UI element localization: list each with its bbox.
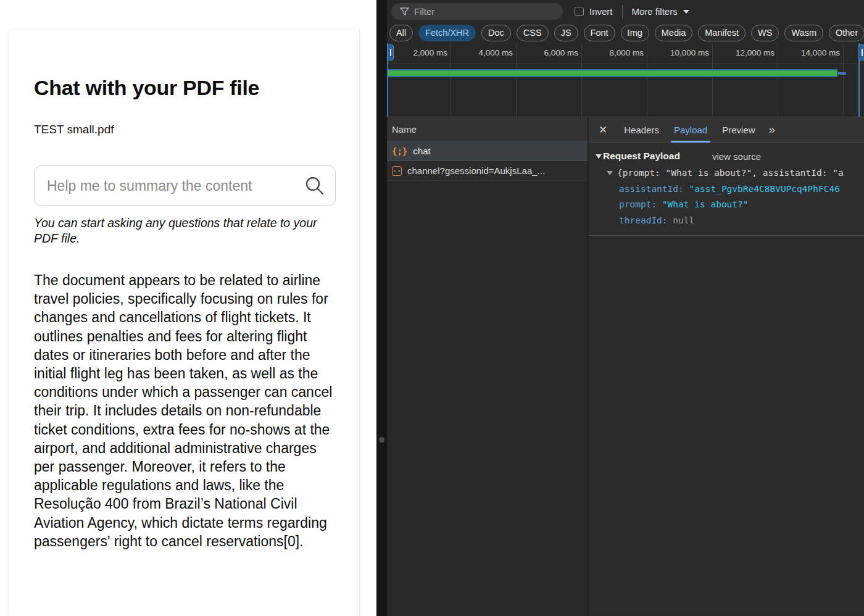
- filter-chip-media[interactable]: Media: [655, 25, 693, 41]
- detail-tabbar: ✕ Headers Payload Preview »: [589, 117, 864, 143]
- timeline-gridline: 10,000 ms: [647, 43, 713, 117]
- filter-chip-ws[interactable]: WS: [751, 25, 779, 41]
- filter-chip-img[interactable]: Img: [621, 25, 649, 41]
- filter-chip-fetch-xhr[interactable]: Fetch/XHR: [418, 25, 476, 41]
- payload-section: Request Payload view source {prompt: "Wh…: [589, 143, 864, 236]
- timeline-gridline: 12,000 ms: [713, 43, 778, 117]
- filter-chip-doc[interactable]: Doc: [481, 25, 511, 41]
- invert-checkbox[interactable]: [575, 7, 584, 16]
- search-icon[interactable]: [304, 175, 325, 196]
- invert-filter: Invert: [575, 6, 613, 17]
- filter-chip-manifest[interactable]: Manifest: [698, 25, 746, 41]
- payload-object-summary[interactable]: {prompt: "What is about?", assistantId: …: [589, 165, 864, 181]
- tab-headers[interactable]: Headers: [617, 117, 667, 143]
- close-icon[interactable]: ✕: [599, 123, 607, 136]
- timeline-gridline: 2,000 ms: [387, 43, 451, 117]
- detail-empty-area: [589, 236, 864, 615]
- more-filters-label: More filters: [632, 6, 678, 17]
- pdf-filename: TEST small.pdf: [34, 123, 114, 136]
- request-detail-pane: ✕ Headers Payload Preview » Request Payl…: [588, 117, 864, 615]
- active-tab-underline: [671, 141, 710, 143]
- chevron-down-icon: [683, 10, 689, 14]
- toolbar-separator: [622, 5, 623, 19]
- filter-chip-css[interactable]: CSS: [517, 25, 549, 41]
- overview-brush-left-handle[interactable]: [387, 44, 394, 60]
- network-toolbar: Invert More filters: [387, 0, 864, 23]
- divider-drag-dot: [379, 437, 384, 443]
- request-list: Name {;} chat ‹› channel?gsessionid=Aukj…: [387, 117, 588, 615]
- timeline-gridline: 8,000 ms: [582, 43, 647, 117]
- ruler-divider: [387, 64, 864, 64]
- xhr-stream-icon: ‹›: [392, 166, 402, 176]
- request-name: chat: [413, 146, 430, 156]
- request-row-channel[interactable]: ‹› channel?gsessionid=AukjsLaa_...: [387, 161, 588, 181]
- resource-type-filter-bar: All Fetch/XHR Doc CSS JS Font Img Media …: [387, 23, 864, 43]
- pdf-chat-panel: Chat with your PDF file TEST small.pdf Y…: [0, 0, 376, 616]
- request-waterfall-bar[interactable]: [388, 69, 837, 77]
- request-row-chat[interactable]: {;} chat: [387, 141, 588, 161]
- more-filters-button[interactable]: More filters: [632, 6, 689, 17]
- question-input[interactable]: [35, 178, 304, 194]
- name-column-header[interactable]: Name: [387, 117, 588, 141]
- timeline-gridline: 14,000 ms: [778, 43, 844, 117]
- pdf-chat-card: Chat with your PDF file TEST small.pdf Y…: [9, 30, 360, 616]
- filter-chip-font[interactable]: Font: [584, 25, 615, 41]
- view-source-link[interactable]: view source: [712, 151, 761, 162]
- disclosure-triangle-icon[interactable]: [596, 154, 602, 159]
- disclosure-triangle-icon[interactable]: [607, 171, 613, 175]
- network-overview-timeline[interactable]: 2,000 ms 4,000 ms 6,000 ms 8,000 ms 10,0…: [387, 43, 864, 117]
- funnel-icon: [400, 7, 409, 16]
- invert-label: Invert: [589, 6, 613, 17]
- filter-chip-other[interactable]: Other: [829, 25, 864, 41]
- overview-brush-right-handle[interactable]: [858, 44, 864, 60]
- network-filter-input-wrapper: [391, 3, 563, 20]
- filter-chip-wasm[interactable]: Wasm: [784, 25, 823, 41]
- brush-grip: [390, 49, 391, 56]
- json-braces-icon: {;}: [392, 146, 407, 156]
- tab-preview[interactable]: Preview: [715, 117, 762, 143]
- request-payload-title: Request Payload: [603, 151, 680, 162]
- timeline-gridline: 4,000 ms: [451, 43, 517, 117]
- request-payload-header: Request Payload view source: [596, 151, 864, 162]
- brush-grip: [862, 49, 863, 56]
- request-name: channel?gsessionid=AukjsLaa_...: [407, 165, 545, 176]
- hint-text: You can start asking any questions that …: [34, 215, 325, 246]
- devtools-resize-divider[interactable]: [376, 0, 387, 616]
- filter-chip-js[interactable]: JS: [554, 25, 578, 41]
- answer-text: The document appears to be related to ai…: [34, 271, 335, 551]
- network-filter-input[interactable]: [414, 6, 557, 17]
- question-input-wrapper: [34, 165, 336, 206]
- request-waterfall-tail: [838, 72, 846, 75]
- payload-field-assistantid: assistantId: "asst_PgvbRe4C8BVUPcq4PhFC4…: [589, 181, 864, 198]
- tab-payload[interactable]: Payload: [667, 117, 715, 143]
- timeline-gridline: 6,000 ms: [517, 43, 582, 117]
- more-tabs-icon[interactable]: »: [769, 123, 776, 136]
- payload-field-prompt: prompt: "What is about?": [589, 197, 864, 213]
- request-list-empty-area: [387, 181, 588, 615]
- devtools-network-panel: Invert More filters All Fetch/XHR Doc CS…: [387, 0, 864, 616]
- payload-field-threadid: threadId: null: [589, 213, 864, 229]
- filter-chip-all[interactable]: All: [389, 25, 413, 41]
- page-title: Chat with your PDF file: [34, 76, 259, 100]
- app-root: Chat with your PDF file TEST small.pdf Y…: [0, 0, 864, 616]
- network-lower-split: Name {;} chat ‹› channel?gsessionid=Aukj…: [387, 117, 864, 615]
